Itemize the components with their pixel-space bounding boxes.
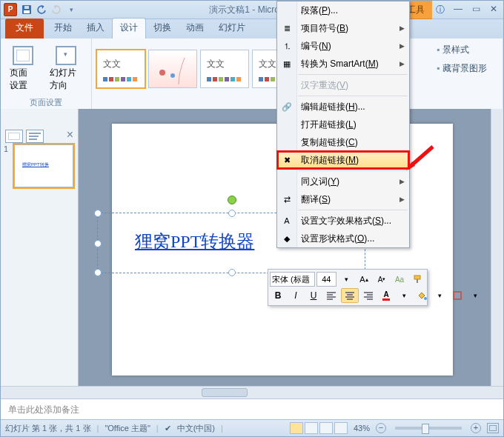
menu-separator (298, 210, 408, 210)
menu-item-打开超链接[interactable]: 打开超链接(L) (277, 116, 409, 133)
font-size-dropdown[interactable]: ▾ (338, 273, 354, 286)
tab-home[interactable]: 开始 (47, 19, 79, 39)
menu-item-编辑超链接[interactable]: 🔗编辑超链接(H)... (277, 98, 409, 116)
save-button[interactable] (20, 3, 33, 16)
hide-background-graphics-checkbox[interactable]: 藏背景图形 (437, 62, 496, 75)
resize-handle[interactable] (94, 240, 102, 247)
shrink-font-button[interactable]: A▾ (374, 273, 390, 286)
reading-view-button[interactable] (319, 422, 333, 434)
menu-item-设置形状格式[interactable]: ◆设置形状格式(O)... (277, 230, 409, 247)
menu-item-项目符号[interactable]: ≣项目符号(B)▶ (277, 19, 409, 37)
zoom-percent[interactable]: 43% (354, 424, 370, 433)
menu-item-label: 翻译(S) (301, 193, 331, 206)
menu-item-翻译[interactable]: ⇄翻译(S)▶ (277, 190, 409, 208)
resize-handle[interactable] (94, 269, 102, 276)
zoom-slider[interactable] (395, 427, 462, 430)
undo-button[interactable] (35, 3, 48, 16)
help-button[interactable]: ⓘ (434, 4, 447, 16)
menu-item-转换为SmartArt[interactable]: ▦转换为 SmartArt(M)▶ (277, 55, 409, 73)
language-status[interactable]: 中文(中国) (177, 423, 215, 434)
font-size-combo[interactable]: 44 (316, 272, 336, 287)
vertical-scrollbar[interactable] (491, 109, 503, 386)
align-right-button[interactable] (360, 289, 377, 302)
page-setup-icon (13, 46, 33, 65)
slide-orientation-button[interactable]: 幻灯片方向 (45, 41, 87, 96)
ribbon-right-extras: 景样式 藏背景图形 (437, 44, 496, 75)
format-painter-button[interactable] (409, 273, 425, 286)
menu-item-label: 设置文字效果格式(S)... (301, 215, 391, 227)
maximize-button[interactable]: ▭ (469, 4, 483, 16)
rotation-handle[interactable] (228, 196, 236, 204)
page-setup-button[interactable]: 页面设置 (5, 41, 41, 96)
pane-close-icon[interactable]: × (67, 130, 73, 143)
notes-pane[interactable]: 单击此处添加备注 (1, 398, 503, 420)
font-color-dropdown[interactable]: ▾ (396, 289, 412, 302)
slideshow-view-button[interactable] (334, 422, 348, 434)
bold-button[interactable]: B (270, 289, 286, 302)
zoom-out-button[interactable]: − (376, 423, 386, 433)
horizontal-scrollbar[interactable] (1, 386, 503, 398)
hyperlink-text[interactable]: 狸窝PPT转换器 (135, 230, 254, 253)
view-switcher (290, 422, 348, 434)
resize-handle[interactable] (228, 269, 236, 276)
normal-view-button[interactable] (290, 422, 303, 434)
tab-design[interactable]: 设计 (112, 18, 146, 39)
status-bar: 幻灯片 第 1 张，共 1 张 | "Office 主题" | ✔ 中文(中国)… (1, 419, 503, 436)
menu-item-取消超链接[interactable]: ✖取消超链接(M) (277, 151, 409, 169)
menu-item-label: 编号(N) (301, 40, 331, 53)
align-center-button[interactable] (341, 288, 359, 303)
slide-thumbnail[interactable]: 狸窝PPT转换 (14, 144, 73, 187)
menu-item-设置文字效果格式[interactable]: A设置文字效果格式(S)... (277, 212, 409, 230)
redo-button[interactable] (50, 3, 63, 16)
translate-icon: ⇄ (281, 193, 293, 205)
window-controls: ⓘ — ▭ ✕ (434, 4, 500, 16)
page-setup-group-label: 页面设置 (5, 96, 87, 108)
minimize-button[interactable]: — (451, 4, 465, 16)
menu-item-label: 打开超链接(L) (301, 119, 357, 131)
fit-to-window-button[interactable] (487, 423, 499, 433)
tab-transitions[interactable]: 切换 (146, 19, 179, 39)
font-color-button[interactable]: A (378, 289, 394, 302)
italic-button[interactable]: I (288, 289, 304, 302)
change-case-button[interactable]: Aa (391, 273, 408, 286)
theme-item[interactable] (148, 50, 197, 88)
underline-button[interactable]: U (305, 289, 322, 302)
tab-animations[interactable]: 动画 (179, 19, 211, 39)
sorter-view-button[interactable] (305, 422, 318, 434)
tab-slideshow[interactable]: 幻灯片 (211, 19, 253, 39)
menu-item-段落[interactable]: 段落(P)... (277, 1, 409, 19)
tab-file[interactable]: 文件 (5, 19, 44, 39)
background-styles-button[interactable]: 景样式 (437, 44, 496, 56)
menu-item-label: 编辑超链接(H)... (301, 101, 365, 113)
theme-item[interactable]: 文文 (200, 50, 249, 88)
close-button[interactable]: ✕ (487, 4, 500, 16)
zoom-slider-knob[interactable] (422, 424, 429, 434)
bullets-icon: ≣ (281, 22, 293, 34)
spellcheck-icon[interactable]: ✔ (165, 424, 171, 433)
resize-handle[interactable] (228, 210, 236, 217)
menu-item-同义词[interactable]: 同义词(Y)▶ (277, 173, 409, 190)
shape-outline-button[interactable] (449, 289, 465, 302)
zoom-in-button[interactable]: + (471, 423, 481, 433)
outline-view-icon[interactable] (26, 130, 44, 143)
font-name-combo[interactable]: 宋体 (标题 (270, 272, 315, 287)
grow-font-button[interactable]: A▴ (356, 273, 372, 286)
menu-item-编号[interactable]: ⒈编号(N)▶ (277, 37, 409, 55)
thumbnail-pane: × 1 狸窝PPT转换 (1, 109, 79, 386)
shape-fill-dropdown[interactable]: ▾ (431, 289, 448, 302)
slides-view-icon[interactable] (5, 130, 23, 143)
scrollbar-thumb[interactable] (202, 388, 248, 397)
resize-handle[interactable] (94, 210, 102, 217)
tab-insert[interactable]: 插入 (79, 19, 112, 39)
shape-fill-button[interactable] (414, 289, 430, 302)
qat-customize-button[interactable]: ▾ (64, 3, 78, 16)
theme-gallery: 文文 文文 文文 ▴ ▾ (96, 41, 298, 96)
theme-item[interactable]: 文文 (96, 50, 145, 88)
menu-item-label: 同义词(Y) (301, 176, 339, 188)
shape-outline-dropdown[interactable]: ▾ (467, 289, 483, 302)
menu-item-复制超链接[interactable]: 复制超链接(C) (277, 133, 409, 151)
align-left-button[interactable] (323, 289, 339, 302)
menu-item-label: 段落(P)... (301, 4, 338, 17)
menu-item-汉字重选[interactable]: 汉字重选(V) (277, 76, 409, 94)
submenu-arrow-icon: ▶ (399, 42, 405, 50)
